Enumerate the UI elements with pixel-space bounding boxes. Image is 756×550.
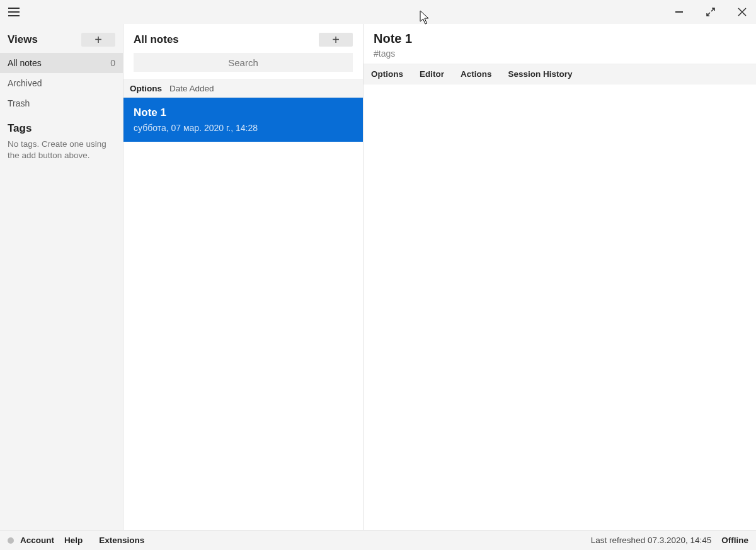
sidebar-item-label: Archived	[8, 78, 42, 88]
titlebar	[0, 0, 756, 24]
tags-section: Tags No tags. Create one using the add b…	[0, 113, 123, 161]
note-list-title: All notes	[134, 33, 179, 46]
editor-body[interactable]	[364, 84, 756, 530]
views-header: Views +	[0, 33, 123, 53]
sidebar-item-archived[interactable]: Archived	[0, 73, 123, 93]
sidebar-item-all-notes[interactable]: All notes 0	[0, 53, 123, 73]
last-refreshed-label: Last refreshed 07.3.2020, 14:45	[591, 536, 711, 545]
editor-editor-button[interactable]: Editor	[417, 68, 447, 80]
maximize-icon[interactable]	[703, 4, 718, 20]
sidebar-item-label: All notes	[8, 58, 42, 68]
editor-toolbar: Options Editor Actions Session History	[364, 64, 756, 84]
offline-status[interactable]: Offline	[721, 536, 748, 545]
status-dot-icon	[8, 537, 14, 544]
sidebar-item-count: 0	[110, 58, 115, 68]
sidebar-item-trash[interactable]: Trash	[0, 93, 123, 113]
close-icon[interactable]	[735, 4, 750, 20]
editor-pane: Note 1 #tags Options Editor Actions Sess…	[364, 24, 756, 530]
editor-actions-button[interactable]: Actions	[458, 68, 495, 80]
note-list-toolbar: Options Date Added	[123, 79, 363, 98]
add-note-button[interactable]: +	[319, 33, 353, 47]
search-input[interactable]	[134, 53, 353, 72]
tags-title: Tags	[8, 122, 115, 135]
views-list: All notes 0 Archived Trash	[0, 53, 123, 113]
tags-empty: No tags. Create one using the add button…	[8, 139, 115, 161]
status-bar: Account Help Extensions Last refreshed 0…	[0, 530, 756, 550]
note-list-header: All notes +	[123, 24, 363, 53]
editor-title[interactable]: Note 1	[374, 32, 746, 46]
list-sort-button[interactable]: Date Added	[169, 84, 214, 93]
sidebar-item-label: Trash	[8, 98, 30, 108]
note-list-pane: All notes + Options Date Added Note 1 су…	[123, 24, 364, 530]
note-item-title: Note 1	[134, 106, 353, 119]
hamburger-menu-icon[interactable]	[6, 4, 21, 20]
add-view-button[interactable]: +	[81, 33, 115, 47]
note-item-date: суббота, 07 мар. 2020 г., 14:28	[134, 123, 353, 133]
editor-tags-input[interactable]: #tags	[374, 49, 746, 59]
editor-header: Note 1 #tags	[364, 24, 756, 64]
plus-icon: +	[94, 33, 102, 46]
note-list-item[interactable]: Note 1 суббота, 07 мар. 2020 г., 14:28	[123, 98, 363, 142]
search-wrap	[123, 53, 363, 79]
sidebar: Views + All notes 0 Archived Trash Tags …	[0, 24, 123, 530]
extensions-button[interactable]: Extensions	[99, 536, 144, 545]
help-button[interactable]: Help	[64, 536, 83, 545]
plus-icon: +	[332, 33, 340, 46]
views-title: Views	[8, 33, 38, 46]
minimize-icon[interactable]	[672, 4, 687, 20]
account-button[interactable]: Account	[20, 536, 54, 545]
editor-session-history-button[interactable]: Session History	[506, 68, 575, 80]
list-options-button[interactable]: Options	[130, 84, 162, 93]
main-area: Views + All notes 0 Archived Trash Tags …	[0, 24, 756, 530]
editor-options-button[interactable]: Options	[369, 68, 406, 80]
